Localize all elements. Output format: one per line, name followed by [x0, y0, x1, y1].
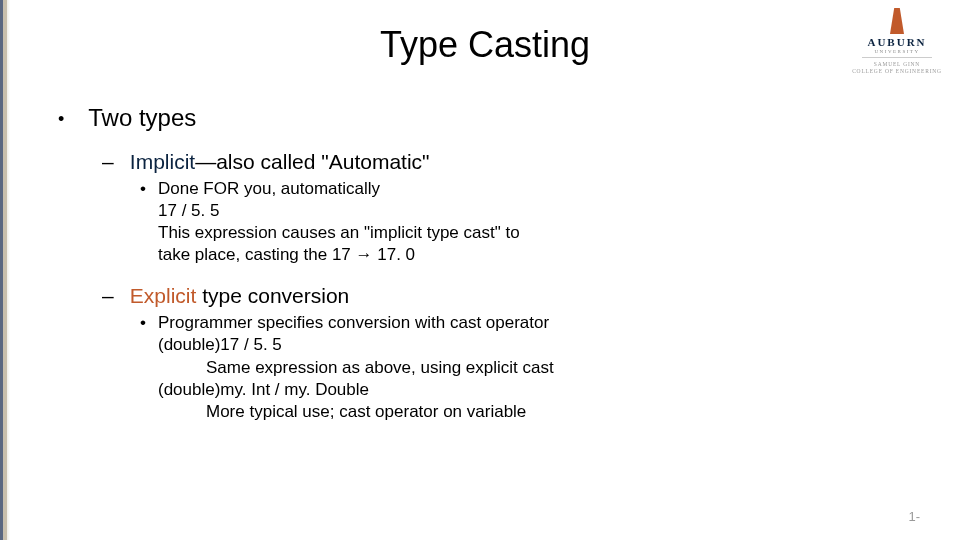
explicit-heading-pre: Explicit [130, 284, 197, 307]
lvl3-bullet-icon: • [140, 178, 158, 200]
explicit-line3: Same expression as above, using explicit… [158, 357, 896, 379]
logo-college-line2: COLLEGE OF ENGINEERING [852, 68, 942, 74]
lvl1-text: Two types [88, 104, 196, 131]
implicit-line2: 17 / 5. 5 [158, 201, 219, 220]
slide-content: Two types Implicit—also called "Automati… [10, 104, 960, 423]
implicit-heading-pre: Implicit [130, 150, 195, 173]
bullet-lvl3-explicit: • Programmer specifies conversion with c… [140, 312, 900, 422]
implicit-line4: take place, casting the 17 → 17. 0 [158, 245, 415, 264]
lvl3-bullet-icon: • [140, 312, 158, 334]
bullet-lvl2-implicit: Implicit—also called "Automatic" [102, 150, 900, 174]
logo-college: SAMUEL GINN COLLEGE OF ENGINEERING [852, 61, 942, 75]
slide-body: AUBURN UNIVERSITY SAMUEL GINN COLLEGE OF… [10, 0, 960, 540]
logo-divider [862, 57, 932, 58]
slide-title: Type Casting [10, 24, 960, 66]
slide-left-border [0, 0, 10, 540]
explicit-line1: Programmer specifies conversion with cas… [158, 313, 549, 332]
explicit-line4: (double)my. Int / my. Double [158, 380, 369, 399]
bullet-lvl3-implicit: • Done FOR you, automatically 17 / 5. 5 … [140, 178, 900, 266]
explicit-line5: More typical use; cast operator on varia… [158, 401, 896, 423]
auburn-logo: AUBURN UNIVERSITY SAMUEL GINN COLLEGE OF… [848, 8, 946, 86]
section-explicit: Explicit type conversion • Programmer sp… [58, 284, 900, 422]
logo-name: AUBURN [867, 36, 926, 48]
logo-college-line1: SAMUEL GINN [874, 61, 920, 67]
bullet-lvl2-explicit: Explicit type conversion [102, 284, 900, 308]
lvl3-body-implicit: Done FOR you, automatically 17 / 5. 5 Th… [158, 178, 896, 266]
logo-sub: UNIVERSITY [875, 49, 920, 54]
implicit-heading-post: —also called "Automatic" [195, 150, 429, 173]
tower-icon [890, 8, 904, 34]
lvl3-body-explicit: Programmer specifies conversion with cas… [158, 312, 896, 422]
section-implicit: Implicit—also called "Automatic" • Done … [58, 150, 900, 266]
bullet-lvl1: Two types [58, 104, 900, 132]
page-number: 1- [908, 509, 920, 524]
explicit-line2: (double)17 / 5. 5 [158, 335, 282, 354]
explicit-heading-post: type conversion [196, 284, 349, 307]
implicit-line3: This expression causes an "implicit type… [158, 223, 520, 242]
implicit-line1: Done FOR you, automatically [158, 179, 380, 198]
